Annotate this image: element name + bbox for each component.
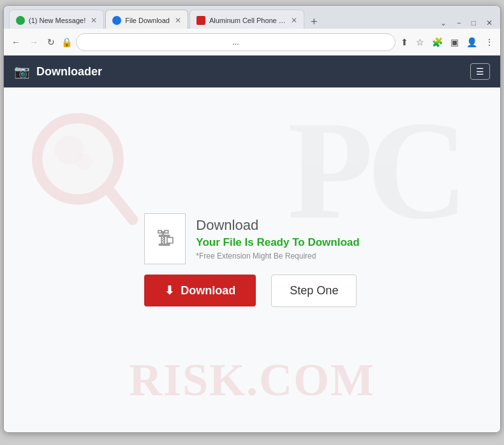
close-button[interactable]: ✕	[484, 17, 495, 29]
reload-button[interactable]: ↻	[45, 36, 57, 49]
extension-button[interactable]: 🧩	[431, 36, 444, 49]
tab-file-download[interactable]: File Download ✕	[105, 10, 188, 29]
sidebar-button[interactable]: ▣	[449, 36, 460, 49]
address-input[interactable]	[76, 33, 396, 51]
tab3-close[interactable]: ✕	[291, 16, 297, 25]
account-button[interactable]: 👤	[465, 36, 478, 49]
tab1-close[interactable]: ✕	[91, 16, 97, 25]
tab1-label: (1) New Message!	[29, 17, 85, 24]
file-info-row: 🗜 Download Your File Is Ready To Downloa…	[144, 213, 359, 264]
minimize-button[interactable]: −	[454, 17, 464, 29]
download-card: 🗜 Download Your File Is Ready To Downloa…	[144, 213, 359, 307]
tab2-label: File Download	[125, 17, 170, 24]
address-bar: ← → ↻ 🔒 ⬆ ☆ 🧩 ▣ 👤 ⋮	[4, 29, 500, 56]
download-button-label: Download	[181, 284, 235, 298]
download-subtitle: Your File Is Ready To Download	[196, 236, 359, 249]
brand-name: Downloader	[36, 65, 102, 79]
svg-point-2	[75, 153, 92, 170]
forward-button[interactable]: →	[27, 36, 41, 49]
watermark-magnifier	[23, 107, 144, 237]
new-tab-button[interactable]: +	[306, 15, 323, 29]
window-controls: ⌄ − □ ✕	[438, 17, 495, 29]
svg-point-1	[55, 135, 84, 164]
nav-toggle-button[interactable]: ☰	[470, 63, 490, 80]
lock-icon: 🔒	[61, 37, 72, 47]
tab2-close[interactable]: ✕	[175, 16, 181, 25]
download-button[interactable]: ⬇ Download	[144, 275, 256, 306]
menu-button[interactable]: ⋮	[484, 36, 495, 49]
file-details: Download Your File Is Ready To Download …	[196, 213, 359, 260]
page-navbar: 📷 Downloader ☰	[4, 56, 500, 87]
page-content: PC RISK.COM 🗜 Download Your File Is Read…	[4, 87, 500, 432]
file-icon: 🗜	[156, 228, 174, 249]
svg-line-3	[110, 191, 133, 220]
toolbar-icons: ⬆ ☆ 🧩 ▣ 👤 ⋮	[399, 36, 495, 49]
maximize-button[interactable]: □	[469, 17, 478, 29]
tab-new-message[interactable]: (1) New Message! ✕	[9, 10, 104, 29]
restore-button[interactable]: ⌄	[438, 17, 449, 29]
download-icon: ⬇	[165, 283, 174, 298]
download-title: Download	[196, 217, 359, 234]
browser-window: (1) New Message! ✕ File Download ✕ Alumi…	[3, 5, 501, 433]
watermark-risk: RISK.COM	[129, 354, 375, 407]
title-bar: (1) New Message! ✕ File Download ✕ Alumi…	[4, 6, 500, 29]
share-button[interactable]: ⬆	[399, 36, 410, 49]
tab2-favicon	[112, 16, 121, 25]
tab3-label: Aluminum Cell Phone H...	[209, 17, 286, 24]
action-row: ⬇ Download Step One	[144, 275, 357, 307]
tab1-favicon	[16, 16, 25, 25]
tabs-container: (1) New Message! ✕ File Download ✕ Alumi…	[9, 6, 495, 29]
bookmark-button[interactable]: ☆	[415, 36, 426, 49]
nav-brand: 📷 Downloader	[14, 64, 102, 79]
download-note: *Free Extension Might Be Required	[196, 252, 359, 260]
tab-aluminum[interactable]: Aluminum Cell Phone H... ✕	[189, 10, 304, 29]
back-button[interactable]: ←	[9, 36, 23, 49]
step-one-button[interactable]: Step One	[271, 275, 357, 307]
svg-point-0	[37, 118, 118, 199]
tab3-favicon	[196, 16, 205, 25]
file-icon-box: 🗜	[144, 213, 186, 264]
brand-icon: 📷	[14, 64, 30, 79]
